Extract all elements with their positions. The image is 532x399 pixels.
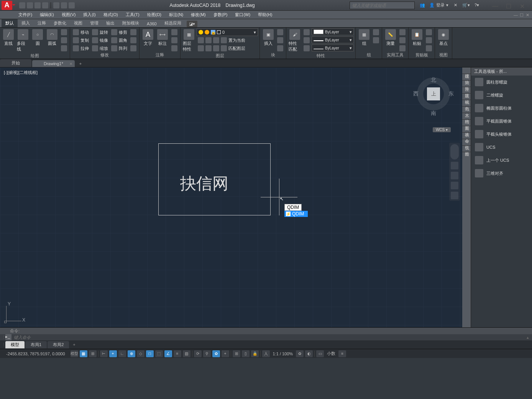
viewcube-south[interactable]: 南 [431, 110, 436, 117]
viewcube[interactable]: 上 北 南 东 西 [412, 73, 455, 115]
scale-display[interactable]: 1:1 / 100% [271, 351, 295, 356]
doc-tab-drawing1[interactable]: Drawing1*✕ [32, 60, 75, 67]
ribbon-tab-a360[interactable]: A360 [143, 20, 161, 27]
annotation-monitor[interactable]: + [222, 350, 229, 357]
snap-toggle[interactable]: ⊞ [89, 350, 97, 357]
menu-view[interactable]: 视图(V) [58, 11, 80, 19]
palette-tab-10[interactable]: 命令 [462, 133, 471, 139]
copy-button[interactable]: 复制 [72, 36, 90, 44]
otrack-toggle[interactable]: ∠ [164, 350, 172, 357]
viewcube-top-face[interactable]: 上 [427, 87, 440, 100]
prop-sm-1[interactable] [302, 28, 311, 36]
doc-close-button[interactable]: ✕ [526, 13, 530, 17]
draw-small-2[interactable] [60, 36, 68, 44]
ortho-toggle[interactable]: ∟ [118, 350, 126, 357]
workspace-switching[interactable]: ✿ [212, 350, 220, 357]
panel-title-layer[interactable]: 图层 [182, 53, 258, 59]
ribbon-tab-annotate[interactable]: 注释 [34, 19, 50, 27]
mirror-button[interactable]: 镜像 [91, 36, 109, 44]
units-toggle[interactable]: ⊞ [233, 350, 240, 357]
clip-sm-3[interactable] [425, 44, 433, 52]
layout-tab-model[interactable]: 模型 [5, 341, 25, 348]
group-sm-2[interactable] [372, 36, 380, 44]
clean-screen[interactable]: ▭ [316, 350, 324, 357]
block-sm-1[interactable] [276, 28, 284, 36]
lineweight-toggle[interactable]: ≡ [174, 350, 181, 357]
ribbon-tab-output[interactable]: 输出 [102, 19, 118, 27]
tool-helix[interactable]: 圆柱形螺旋 [471, 76, 532, 89]
trim-button[interactable]: 修剪 [110, 28, 128, 36]
model-space-button[interactable]: 模型 [71, 350, 78, 357]
tool-spiral[interactable]: 二维螺旋 [471, 89, 532, 102]
annot-sm-3[interactable] [170, 44, 179, 52]
panel-title-group[interactable]: 组 [357, 52, 380, 58]
viewport-controls[interactable]: [-][俯视][二维线框] [4, 70, 38, 76]
minimize-button[interactable]: — [492, 3, 498, 8]
ribbon-tab-ext-icon[interactable]: ◪▾ [187, 21, 197, 27]
dimension-button[interactable]: ⟷标注 [156, 28, 169, 47]
coordinates-display[interactable]: -2455.8233, 7875.9197, 0.0000 [6, 351, 65, 356]
array-button[interactable]: 阵列 [110, 44, 128, 52]
commandline-input[interactable] [13, 334, 527, 340]
prop-sm-2[interactable] [302, 36, 311, 44]
grid-toggle[interactable]: ▦ [80, 350, 87, 357]
selection-cycling-toggle[interactable]: ⟳ [194, 350, 202, 357]
signin-button[interactable]: 👤 登录 ▾ [429, 2, 448, 8]
3dosnap-toggle[interactable]: ⬚ [155, 350, 163, 357]
layout-tab-add-button[interactable]: + [70, 342, 78, 348]
showmotion-icon[interactable] [451, 192, 458, 199]
menu-draw[interactable]: 绘图(D) [143, 11, 165, 19]
tool-palette-title[interactable]: 工具选项板 - 所... [471, 67, 532, 76]
commandline-handle[interactable]: ⋮⋮ [2, 335, 5, 340]
insert-block-button[interactable]: ▣插入 [261, 28, 275, 47]
lineweight-dropdown[interactable]: ByLayer▾ [312, 36, 354, 43]
menu-insert[interactable]: 插入(I) [79, 11, 99, 19]
viewcube-north[interactable]: 北 [431, 77, 436, 84]
menu-dimension[interactable]: 标注(N) [165, 11, 187, 19]
ribbon-tab-insert[interactable]: 插入 [18, 19, 34, 27]
isolate-objects[interactable]: ◐ [305, 350, 313, 357]
palette-tab-7[interactable]: 结构 [462, 113, 471, 120]
polyline-button[interactable]: ⌁多段线 [16, 28, 30, 53]
osnap-toggle[interactable]: □ [146, 350, 154, 357]
transparency-toggle[interactable]: ▧ [183, 350, 190, 357]
zoom-icon[interactable] [451, 172, 458, 179]
modify-sm-1[interactable] [129, 28, 138, 36]
palette-tab-9[interactable]: 表格 [462, 126, 471, 133]
palette-tab-4[interactable]: 机械 [462, 94, 471, 100]
text-button[interactable]: A文字 [141, 28, 155, 47]
util-sm-1[interactable] [398, 28, 407, 36]
qat-saveas-icon[interactable] [42, 2, 48, 8]
panel-title-block[interactable]: 块 [261, 52, 284, 58]
tool-elliptical-cylinder[interactable]: 椭圆形圆柱体 [471, 102, 532, 115]
layer-dropdown[interactable]: 🔒 0▾ [197, 28, 258, 36]
block-sm-2[interactable] [276, 36, 284, 44]
orbit-icon[interactable] [451, 182, 458, 189]
layer-row-2[interactable]: 匹配图层 [197, 44, 246, 52]
palette-tab-5[interactable]: 电力 [462, 100, 471, 107]
ribbon-tab-manage[interactable]: 管理 [86, 19, 102, 27]
palette-tab-11[interactable]: 引线 [462, 139, 471, 146]
clip-sm-2[interactable] [425, 36, 433, 44]
isoplane-toggle[interactable]: ◇ [137, 350, 144, 357]
annotation-toggle-1[interactable]: ⚲ [203, 350, 211, 357]
tool-frustum-pyramid[interactable]: 平截头棱锥体 [471, 128, 532, 141]
menu-modify[interactable]: 修改(M) [187, 11, 210, 19]
circle-button[interactable]: ○圆 [31, 28, 44, 47]
hardware-accel[interactable]: ✿ [296, 350, 304, 357]
modify-sm-3[interactable] [129, 44, 138, 52]
customization-button[interactable]: ≡ [338, 350, 346, 357]
tool-ucs-previous[interactable]: 上一个 UCS [471, 154, 532, 167]
maximize-button[interactable]: ☐ [506, 3, 511, 8]
move-button[interactable]: 移动 [72, 28, 90, 36]
commandline-icon[interactable]: ▸_ [5, 334, 11, 340]
infocenter-search-input[interactable] [350, 2, 415, 9]
lock-ui[interactable]: 🔒 [251, 350, 259, 357]
drawing-canvas[interactable]: [-][俯视][二维线框] 抉信网 ↖ QDIM QDIM 上 北 南 东 西 … [0, 67, 462, 327]
qat-save-icon[interactable] [34, 2, 41, 8]
palette-tab-8[interactable]: 图案 [462, 120, 471, 126]
menu-window[interactable]: 窗口(W) [231, 11, 254, 19]
palette-tab-6[interactable]: 土木 [462, 107, 471, 113]
palette-tab-0[interactable]: 建模 [462, 67, 471, 74]
arc-button[interactable]: ◠圆弧 [45, 28, 59, 47]
